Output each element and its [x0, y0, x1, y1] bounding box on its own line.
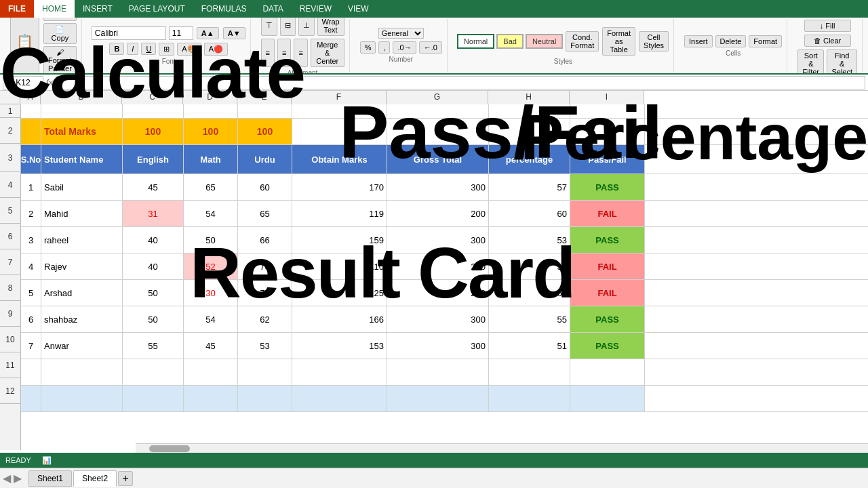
- cell-a7[interactable]: 4: [21, 253, 41, 279]
- cell-b3[interactable]: Student Name: [41, 145, 123, 174]
- cell-i3[interactable]: Pass/Fail: [570, 145, 645, 174]
- cell-e4[interactable]: 60: [238, 174, 292, 200]
- cell-f8[interactable]: 125: [292, 280, 387, 306]
- cell-e2[interactable]: 100: [238, 119, 292, 144]
- row-header-11[interactable]: 11: [0, 352, 20, 378]
- align-center-button[interactable]: ≡: [277, 39, 291, 67]
- cell-i7[interactable]: FAIL: [570, 253, 645, 279]
- row-header-1[interactable]: 1: [0, 104, 20, 118]
- formula-input[interactable]: [56, 76, 865, 89]
- col-header-b[interactable]: B: [41, 91, 122, 104]
- cell-i5[interactable]: FAIL: [570, 201, 645, 226]
- cell-e12[interactable]: [238, 386, 292, 411]
- sort-filter-button[interactable]: Sort & Filter: [797, 49, 824, 75]
- align-left-button[interactable]: ≡: [261, 39, 275, 67]
- font-color-button[interactable]: A🔴: [204, 43, 228, 56]
- cell-c10[interactable]: 55: [123, 333, 184, 359]
- cell-i12[interactable]: [570, 386, 645, 411]
- cell-i1[interactable]: [570, 104, 645, 118]
- cell-h11[interactable]: [489, 359, 570, 385]
- cell-f11[interactable]: [292, 359, 387, 385]
- cell-a1[interactable]: [21, 104, 41, 118]
- cell-reference-input[interactable]: [3, 76, 43, 89]
- cell-c12[interactable]: [123, 386, 184, 411]
- bad-style[interactable]: Bad: [496, 34, 524, 49]
- cell-h10[interactable]: 51: [489, 333, 570, 359]
- cell-f5[interactable]: 119: [292, 201, 387, 226]
- format-as-table-button[interactable]: Format as Table: [602, 27, 635, 56]
- cell-e11[interactable]: [238, 359, 292, 385]
- row-header-10[interactable]: 10: [0, 327, 20, 352]
- cell-c4[interactable]: 45: [123, 174, 184, 200]
- cell-d5[interactable]: 54: [184, 201, 238, 226]
- cell-e8[interactable]: 75: [238, 280, 292, 306]
- cell-f10[interactable]: 153: [292, 333, 387, 359]
- cell-d7[interactable]: 52: [184, 253, 238, 279]
- tab-page-layout[interactable]: PAGE LAYOUT: [121, 0, 193, 18]
- tab-insert[interactable]: INSERT: [75, 0, 121, 18]
- cell-i4[interactable]: PASS: [570, 174, 645, 200]
- add-sheet-button[interactable]: +: [118, 471, 133, 486]
- tab-formulas[interactable]: FORMULAS: [193, 0, 255, 18]
- cell-c6[interactable]: 40: [123, 227, 184, 253]
- cell-d11[interactable]: [184, 359, 238, 385]
- cell-h7[interactable]: 55: [489, 253, 570, 279]
- cell-h5[interactable]: 60: [489, 201, 570, 226]
- font-shrink-button[interactable]: A▼: [223, 27, 245, 39]
- cell-d4[interactable]: 65: [184, 174, 238, 200]
- cell-f2[interactable]: [292, 119, 387, 144]
- decimal-decrease-button[interactable]: ←.0: [419, 41, 442, 54]
- cell-g6[interactable]: 300: [387, 227, 489, 253]
- sheet-tab-1[interactable]: Sheet1: [28, 470, 72, 487]
- cell-a8[interactable]: 5: [21, 280, 41, 306]
- col-header-c[interactable]: C: [122, 91, 183, 104]
- row-header-4[interactable]: 4: [0, 172, 20, 198]
- cell-g11[interactable]: [387, 359, 489, 385]
- cell-h4[interactable]: 57: [489, 174, 570, 200]
- cell-a9[interactable]: 6: [21, 306, 41, 332]
- cell-b5[interactable]: Mahid: [41, 201, 123, 226]
- underline-button[interactable]: U: [141, 43, 156, 55]
- cell-c8[interactable]: 50: [123, 280, 184, 306]
- cell-d6[interactable]: 50: [184, 227, 238, 253]
- align-middle-button[interactable]: ⊟: [280, 18, 296, 36]
- cell-c9[interactable]: 50: [123, 306, 184, 332]
- row-header-7[interactable]: 7: [0, 249, 20, 275]
- cell-c5[interactable]: 31: [123, 201, 184, 226]
- cell-g10[interactable]: 300: [387, 333, 489, 359]
- cell-g8[interactable]: 200: [387, 280, 489, 306]
- cell-f6[interactable]: 159: [292, 227, 387, 253]
- prev-sheet-button[interactable]: ◀: [3, 472, 11, 485]
- neutral-style[interactable]: Neutral: [526, 34, 563, 49]
- cell-b9[interactable]: shahbaz: [41, 306, 123, 332]
- row-header-2[interactable]: 2: [0, 118, 20, 144]
- cell-e6[interactable]: 66: [238, 227, 292, 253]
- wrap-text-button[interactable]: Wrap Text: [317, 18, 344, 36]
- cell-g1[interactable]: [387, 104, 489, 118]
- cell-c1[interactable]: [123, 104, 184, 118]
- cell-h3[interactable]: percentage: [489, 145, 570, 174]
- cell-f4[interactable]: 170: [292, 174, 387, 200]
- tab-review[interactable]: REVIEW: [292, 0, 340, 18]
- cell-h8[interactable]: 63: [489, 280, 570, 306]
- cell-a10[interactable]: 7: [21, 333, 41, 359]
- cell-g2[interactable]: [387, 119, 489, 144]
- row-header-9[interactable]: 9: [0, 301, 20, 327]
- tab-data[interactable]: DATA: [254, 0, 291, 18]
- cell-f12[interactable]: [292, 386, 387, 411]
- cell-c2[interactable]: 100: [123, 119, 184, 144]
- cell-a5[interactable]: 2: [21, 201, 41, 226]
- cell-c7[interactable]: 40: [123, 253, 184, 279]
- cell-d10[interactable]: 45: [184, 333, 238, 359]
- cell-g12[interactable]: [387, 386, 489, 411]
- cell-g3[interactable]: Gross Total: [387, 145, 489, 174]
- cell-f7[interactable]: 110: [292, 253, 387, 279]
- cell-d12[interactable]: [184, 386, 238, 411]
- cell-b6[interactable]: raheel: [41, 227, 123, 253]
- cell-i11[interactable]: [570, 359, 645, 385]
- font-size-input[interactable]: [169, 26, 193, 40]
- font-name-input[interactable]: [92, 26, 166, 40]
- align-right-button[interactable]: ≡: [294, 39, 307, 67]
- col-header-e[interactable]: E: [237, 91, 292, 104]
- fill-button[interactable]: ↓ Fill: [804, 20, 851, 32]
